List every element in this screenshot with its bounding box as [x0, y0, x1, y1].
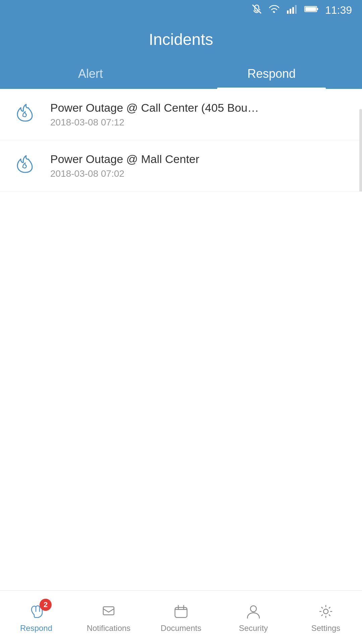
incident-fire-icon: [13, 101, 40, 128]
svg-rect-2: [287, 10, 289, 14]
svg-rect-8: [305, 7, 316, 11]
tabs-container: Alert Respond: [0, 59, 362, 89]
nav-badge: 2: [40, 599, 52, 611]
wifi-icon: [268, 4, 280, 16]
main-area: Incidents Alert Respond Power Outage @: [0, 20, 362, 590]
status-time: 11:39: [325, 4, 352, 16]
incident-info: Power Outage @ Call Center (405 Bou… 201…: [50, 101, 349, 128]
nav-item-security[interactable]: Security: [217, 597, 290, 638]
signal-icon: [286, 4, 298, 16]
incident-title: Power Outage @ Call Center (405 Bou…: [50, 101, 349, 114]
svg-rect-5: [295, 5, 297, 14]
incident-title: Power Outage @ Mall Center: [50, 153, 349, 166]
page-title: Incidents: [0, 30, 362, 59]
battery-icon: [304, 5, 319, 15]
documents-icon: [172, 602, 190, 621]
incident-info: Power Outage @ Mall Center 2018-03-08 07…: [50, 153, 349, 179]
settings-icon: [316, 602, 335, 621]
incident-item[interactable]: Power Outage @ Call Center (405 Bou… 201…: [0, 89, 362, 140]
tab-alert[interactable]: Alert: [0, 59, 181, 89]
nav-item-settings[interactable]: Settings: [290, 597, 362, 638]
header: Incidents Alert Respond: [0, 20, 362, 89]
incident-item[interactable]: Power Outage @ Mall Center 2018-03-08 07…: [0, 140, 362, 192]
tab-respond[interactable]: Respond: [181, 59, 362, 89]
svg-rect-4: [292, 7, 294, 14]
svg-rect-3: [290, 9, 291, 14]
nav-label-respond: Respond: [20, 624, 52, 633]
incident-fire-icon: [13, 152, 40, 179]
scrollbar[interactable]: [359, 109, 362, 192]
incident-date: 2018-03-08 07:12: [50, 117, 349, 128]
nav-label-settings: Settings: [311, 624, 341, 633]
security-icon: [244, 602, 263, 621]
incident-date: 2018-03-08 07:02: [50, 168, 349, 179]
status-bar: 11:39: [0, 0, 362, 20]
nav-item-documents[interactable]: Documents: [145, 597, 217, 638]
svg-point-10: [250, 606, 256, 612]
svg-point-11: [323, 609, 328, 614]
status-icons: 11:39: [251, 4, 352, 17]
nav-label-security: Security: [239, 624, 268, 633]
nav-label-documents: Documents: [161, 624, 201, 633]
incidents-list: Power Outage @ Call Center (405 Bou… 201…: [0, 89, 362, 192]
mute-icon: [251, 4, 262, 17]
nav-item-notifications[interactable]: Notifications: [72, 597, 145, 638]
notifications-icon: [99, 602, 118, 621]
svg-point-1: [273, 11, 275, 13]
bottom-nav: 2 Respond Notifications: [0, 590, 362, 644]
nav-item-respond[interactable]: 2 Respond: [0, 597, 72, 638]
svg-rect-9: [103, 607, 114, 615]
nav-label-notifications: Notifications: [87, 624, 131, 633]
svg-line-0: [253, 5, 261, 13]
svg-rect-7: [317, 8, 318, 10]
